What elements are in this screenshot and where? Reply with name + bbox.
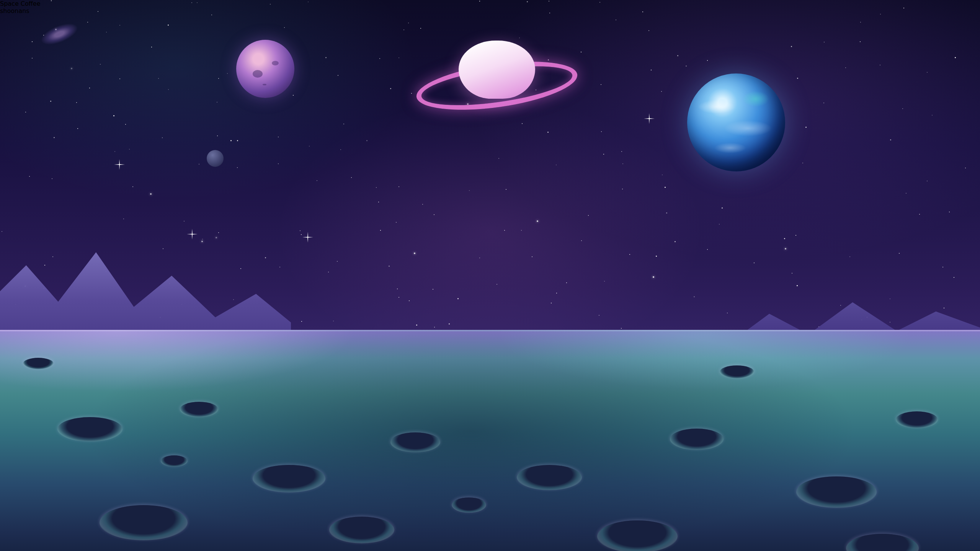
- sign-text: Space Coffee: [0, 0, 41, 7]
- shop-window: shoonans: [0, 7, 980, 15]
- space-coffee-shop: Space Coffee shoonans: [0, 0, 980, 551]
- neon-window-text: oon: [7, 7, 18, 15]
- neon-window-text: ans: [18, 7, 29, 15]
- neon-window-text: sh: [0, 7, 7, 15]
- desktop-wallpaper[interactable]: Space Coffee shoonans: [0, 0, 980, 551]
- space-coffee-sign: Space Coffee: [0, 0, 980, 7]
- floating-cup: [459, 41, 535, 99]
